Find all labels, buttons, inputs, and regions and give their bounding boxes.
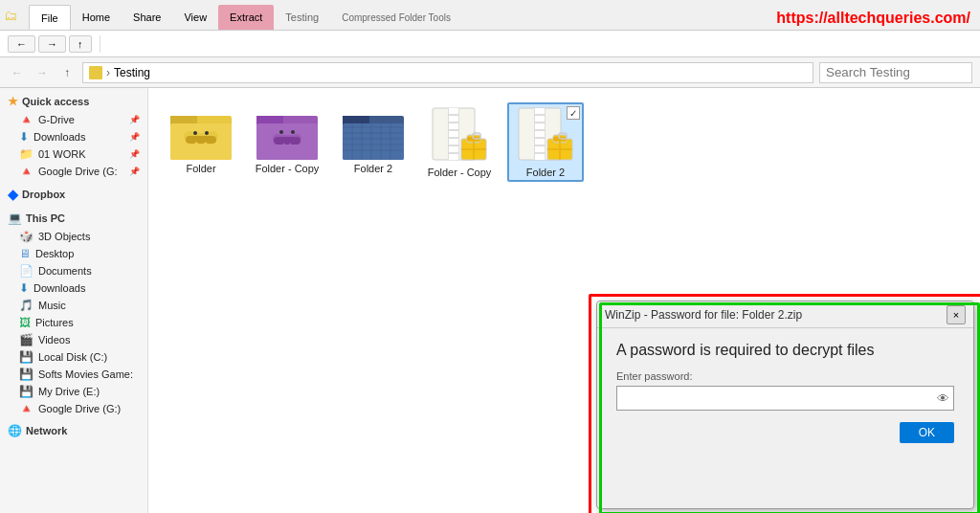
password-label: Enter password: bbox=[616, 370, 954, 382]
file-item-zip-copy[interactable]: Folder - Copy bbox=[421, 102, 498, 182]
breadcrumb: › Testing bbox=[82, 62, 813, 83]
sidebar-thispc-header[interactable]: 💻 This PC bbox=[0, 209, 147, 228]
tab-testing-label: Testing bbox=[285, 11, 319, 23]
sidebar-item-documents[interactable]: 📄 Documents bbox=[0, 262, 147, 279]
tab-view[interactable]: View bbox=[172, 5, 218, 30]
folder-yellow-icon bbox=[170, 106, 232, 160]
eye-icon[interactable]: 👁 bbox=[937, 391, 949, 406]
folder-icon: 📁 bbox=[19, 147, 33, 161]
gdrive-icon: 🔺 bbox=[19, 113, 33, 126]
dialog-title: WinZip - Password for file: Folder 2.zip bbox=[605, 308, 947, 322]
sidebar-item-pictures[interactable]: 🖼 Pictures bbox=[0, 314, 147, 331]
svg-rect-41 bbox=[449, 139, 458, 145]
nav-forward[interactable]: → bbox=[33, 63, 52, 82]
file-label-folder2: Folder 2 bbox=[354, 163, 392, 174]
file-label-folder: Folder bbox=[186, 163, 215, 174]
sidebar-network-header[interactable]: 🌐 Network bbox=[0, 421, 147, 440]
pin-icon-2: 📌 bbox=[129, 132, 140, 142]
work-label: 01 WORK bbox=[38, 148, 86, 160]
ribbon-up-btn[interactable]: ↑ bbox=[69, 35, 92, 53]
svg-rect-37 bbox=[449, 108, 458, 114]
network-label: Network bbox=[26, 425, 67, 436]
sidebar-quick-access: ★ Quick access 🔺 G-Drive 📌 ⬇ Downloads 📌… bbox=[0, 92, 147, 180]
tab-file[interactable]: File bbox=[29, 5, 71, 30]
file-label-folder-copy1: Folder - Copy bbox=[256, 163, 320, 174]
search-input[interactable] bbox=[819, 62, 972, 83]
tab-share[interactable]: Share bbox=[122, 5, 172, 30]
svg-rect-39 bbox=[449, 123, 458, 129]
file-item-folder2[interactable]: Folder 2 bbox=[335, 102, 412, 182]
dialog-buttons: OK bbox=[616, 422, 954, 443]
svg-point-9 bbox=[193, 131, 197, 135]
zip-copy-icon bbox=[429, 106, 490, 164]
address-bar: ← → ↑ › Testing bbox=[0, 57, 980, 88]
music-icon: 🎵 bbox=[19, 299, 33, 312]
ok-label: OK bbox=[919, 426, 935, 439]
sidebar-item-softs[interactable]: 💾 Softs Movies Game: bbox=[0, 366, 147, 383]
sidebar-item-gdrive2[interactable]: 🔺 Google Drive (G: 📌 bbox=[0, 163, 147, 180]
sidebar-item-downloads2[interactable]: ⬇ Downloads bbox=[0, 279, 147, 297]
file-label-zip-copy: Folder - Copy bbox=[428, 167, 492, 178]
dialog-titlebar: WinZip - Password for file: Folder 2.zip… bbox=[597, 301, 973, 328]
ribbon-forward-btn[interactable]: → bbox=[38, 35, 66, 53]
tab-extract[interactable]: Extract bbox=[218, 5, 274, 30]
svg-rect-19 bbox=[278, 137, 297, 145]
watermark: https://alltechqueries.com/ bbox=[776, 10, 970, 27]
sidebar-item-music[interactable]: 🎵 Music bbox=[0, 297, 147, 314]
file-item-folder[interactable]: Folder bbox=[163, 102, 239, 182]
docs-icon: 📄 bbox=[19, 264, 33, 278]
mydrive-icon: 💾 bbox=[19, 385, 33, 398]
svg-rect-40 bbox=[449, 131, 458, 137]
dialog-close-button[interactable]: × bbox=[947, 305, 966, 324]
pics-icon: 🖼 bbox=[19, 316, 31, 329]
svg-rect-58 bbox=[535, 154, 545, 160]
folder-purple-icon bbox=[256, 106, 318, 160]
ribbon-group-nav: ← → ↑ bbox=[8, 35, 100, 53]
winzip-dialog: WinZip - Password for file: Folder 2.zip… bbox=[596, 301, 974, 509]
file-item-zip-selected[interactable]: ✓ bbox=[507, 102, 584, 182]
tab-home[interactable]: Home bbox=[71, 5, 122, 30]
sidebar-item-work[interactable]: 📁 01 WORK 📌 bbox=[0, 145, 147, 163]
pin-icon: 📌 bbox=[129, 115, 140, 124]
tab-home-label: Home bbox=[82, 11, 110, 23]
sidebar-item-desktop[interactable]: 🖥 Desktop bbox=[0, 245, 147, 262]
sidebar-item-3d[interactable]: 🎲 3D Objects bbox=[0, 228, 147, 245]
svg-rect-8 bbox=[189, 136, 212, 144]
password-input-row: 👁 bbox=[616, 386, 954, 411]
svg-rect-57 bbox=[535, 146, 545, 152]
star-icon: ★ bbox=[8, 95, 18, 108]
dialog-content: A password is required to decrypt files … bbox=[597, 328, 973, 453]
close-icon: × bbox=[953, 309, 959, 321]
dropbox-icon: ◆ bbox=[8, 187, 18, 202]
tab-file-label: File bbox=[41, 12, 58, 24]
nav-up[interactable]: ↑ bbox=[57, 63, 77, 82]
downloads-label: Downloads bbox=[33, 131, 85, 143]
breadcrumb-path: Testing bbox=[114, 66, 150, 79]
docs-label: Documents bbox=[38, 265, 92, 277]
ribbon-back-btn[interactable]: ← bbox=[8, 35, 35, 53]
tab-compressed-label: Compressed Folder Tools bbox=[342, 12, 451, 23]
file-item-folder-copy1[interactable]: Folder - Copy bbox=[249, 102, 325, 182]
nav-back[interactable]: ← bbox=[8, 63, 27, 82]
sidebar: ★ Quick access 🔺 G-Drive 📌 ⬇ Downloads 📌… bbox=[0, 88, 148, 513]
sidebar-item-videos[interactable]: 🎬 Videos bbox=[0, 331, 147, 348]
svg-rect-43 bbox=[449, 154, 458, 160]
sidebar-quick-access-header[interactable]: ★ Quick access bbox=[0, 92, 147, 111]
dialog-message: A password is required to decrypt files bbox=[616, 342, 954, 359]
3d-label: 3D Objects bbox=[38, 231, 90, 242]
sidebar-item-gdrive[interactable]: 🔺 G-Drive 📌 bbox=[0, 111, 147, 128]
sidebar-item-downloads[interactable]: ⬇ Downloads 📌 bbox=[0, 128, 147, 145]
sidebar-item-mydrive-e[interactable]: 💾 My Drive (E:) bbox=[0, 383, 147, 400]
sidebar-item-local-c[interactable]: 💾 Local Disk (C:) bbox=[0, 348, 147, 366]
breadcrumb-separator: › bbox=[106, 66, 110, 79]
disk-c-label: Local Disk (C:) bbox=[38, 351, 107, 363]
sidebar-dropbox-header[interactable]: ◆ Dropbox bbox=[0, 184, 147, 205]
sidebar-item-gdrive-g[interactable]: 🔺 Google Drive (G:) bbox=[0, 400, 147, 417]
downloads2-icon: ⬇ bbox=[19, 281, 29, 295]
svg-rect-56 bbox=[535, 139, 545, 145]
tab-compressed-folder-tools[interactable]: Compressed Folder Tools bbox=[330, 5, 462, 30]
password-input[interactable] bbox=[621, 391, 937, 405]
tab-testing[interactable]: Testing bbox=[274, 5, 330, 30]
ok-button[interactable]: OK bbox=[900, 422, 954, 443]
tab-extract-label: Extract bbox=[230, 11, 262, 23]
